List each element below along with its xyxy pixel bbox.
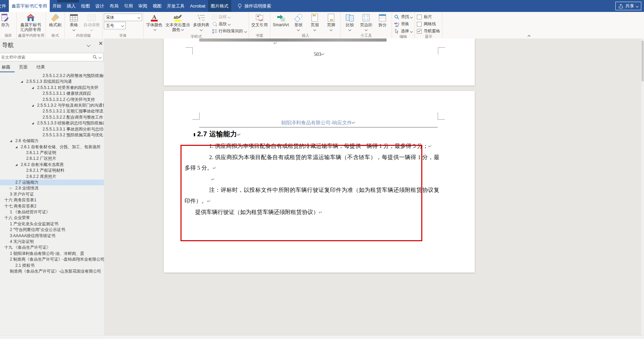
collapse-triangle-icon[interactable]: ◢ [10, 138, 12, 144]
nav-item[interactable]: 2.5.5.1.2.3.2 内部整改与预防措施强化 [0, 73, 104, 79]
scrollbar-thumb[interactable] [642, 41, 644, 81]
nav-item[interactable]: 2.5.5.1.3.2.2 配合调查与整改工作 [0, 114, 104, 120]
nav-collapse-chevron[interactable] [87, 43, 90, 47]
format-painter-button[interactable]: 格式刷 [47, 13, 63, 28]
nav-item-label: 2.6.2.1 产权证明材料 [0, 168, 64, 173]
ribbon-tab-10[interactable]: 开发工具 [164, 0, 187, 12]
nav-item[interactable]: 1 《食品经营许可证》 [0, 209, 104, 215]
text-highlight-button[interactable]: ab文本突出显示颜色 [164, 13, 191, 32]
collapse-triangle-icon[interactable]: ◢ [32, 120, 34, 126]
nav-item[interactable]: ◢2.5.5.1.3.3 经验教训总结与预防措施改进 [0, 120, 104, 126]
vertical-scrollbar[interactable] [641, 38, 644, 336]
multilevel-list-button[interactable]: 1ai多级列表 [192, 13, 210, 31]
nav-tab-headings[interactable]: 标题 [0, 64, 15, 72]
nav-item[interactable]: 2.6.1.1 产权证明 [0, 150, 104, 156]
collapse-triangle-icon[interactable]: ◢ [21, 79, 23, 84]
expand-triangle-icon[interactable]: ▷ [10, 185, 12, 191]
nav-pane-checkbox[interactable]: 导航窗格 [416, 28, 441, 34]
save-as-button[interactable]: 存为 [0, 13, 13, 28]
nav-item[interactable]: 2.5.5.1.3.1.2 心理关怀与支持 [0, 97, 104, 103]
nav-item[interactable]: 十八 企业荣誉 [0, 215, 104, 221]
xinchenyu-internal-button[interactable]: 鑫晨宇标书汇内部专用 [18, 13, 43, 32]
replace-button[interactable]: abac替换 [393, 21, 413, 27]
shapes-button[interactable]: 形状 [290, 13, 306, 31]
collapse-triangle-icon[interactable]: ◢ [32, 85, 34, 91]
compare-button[interactable]: 比较 [342, 13, 358, 31]
collapse-ribbon-button[interactable] [527, 32, 531, 38]
font-size-select[interactable]: 五号 [104, 22, 126, 29]
nav-item[interactable]: ▷2.8 业绩情况 [0, 185, 104, 191]
font-color-button[interactable]: A字体颜色 [145, 13, 163, 32]
nav-item[interactable]: 十六 商务应答表1 [0, 197, 104, 203]
line-spacing-button[interactable]: 行和段落间距 [211, 28, 247, 34]
collapse-triangle-icon[interactable]: ◢ [32, 103, 34, 108]
smartart-button[interactable]: SmartArt [272, 13, 290, 28]
font-name-select[interactable]: 宋体 [104, 14, 142, 21]
nav-item[interactable]: ◢2.5.5.1.3.2 与学校及相关部门的沟通协作 [0, 103, 104, 108]
nav-item[interactable]: 2.7 运输能力 [0, 180, 104, 185]
tell-me-search[interactable]: 操作说明搜索 [237, 0, 271, 12]
nav-item[interactable]: ◢2.6 仓储能力 [0, 138, 104, 144]
search-dropdown-chevron[interactable] [99, 56, 101, 58]
find-icon [394, 14, 399, 20]
nav-item[interactable]: 2.5.5.1.3.2.1 定期汇报事故处理进展 [0, 108, 104, 114]
header-button[interactable]: 页眉 [307, 13, 323, 31]
nav-item[interactable]: 4 无污染证明 [0, 239, 104, 245]
ribbon-tab-11[interactable]: Acrobat [187, 0, 208, 12]
split-button[interactable]: 拆分 [375, 13, 390, 28]
nav-item[interactable]: ◢2.5.5.1.3 后续跟踪与沟通 [0, 79, 104, 84]
nav-item[interactable]: 2.6.1.2 厂区照片 [0, 156, 104, 161]
margins-button[interactable]: 页边距 [358, 13, 374, 31]
nav-item[interactable]: 2.6.2.1 产权证明材料 [0, 168, 104, 173]
ribbon-tab-1[interactable]: 鑫晨宇标书汇专用 [9, 0, 50, 12]
gridlines-checkbox[interactable]: 网格线 [416, 21, 441, 27]
svg-text:A: A [152, 14, 157, 20]
nav-item[interactable]: 2.6.2.2 库房照片 [0, 174, 104, 180]
nav-close-icon[interactable]: ✕ [98, 40, 103, 47]
footer-button[interactable]: 页脚 [323, 13, 339, 31]
ribbon-tab-9[interactable]: 视图 [150, 0, 164, 12]
ribbon-tabs: 文件鑫晨宇标书汇专用开始插入绘图设计布局引用审阅视图开发工具Acrobat图片格… [0, 0, 231, 12]
nav-item[interactable]: 2.1 授权书 [0, 263, 104, 268]
ribbon-tab-4[interactable]: 绘图 [78, 0, 93, 12]
nav-item[interactable]: 制造商《食品生产许可证》-山东梨花面业有限公司 [0, 268, 104, 274]
nav-tab-pages[interactable]: 页面 [15, 64, 32, 72]
nav-item[interactable]: 2.5.5.1.3.3.1 事故原因分析与总结会议 [0, 126, 104, 132]
ribbon-tab-0[interactable]: 文件 [0, 0, 9, 12]
find-button[interactable]: 查找 [393, 14, 413, 20]
document-page-current[interactable]: 朝阳泽利食品有限公司-响应文件↵ 2.7 运输能力↵ 1. 供应商拟为本项目配备… [164, 91, 475, 273]
search-icon[interactable] [93, 55, 97, 59]
share-button[interactable]: 共享 [615, 2, 641, 10]
doc-paragraph: 注：评标时，以投标文件中所附的车辆行驶证复印件为准（如为租赁车辆还须附租赁协议复… [185, 185, 439, 206]
shading-button[interactable]: 底纹 [211, 21, 247, 27]
nav-item[interactable]: 1 朝阳泽利食品有限公司-油、冷鲜肉、蛋 [0, 251, 104, 257]
nav-item[interactable]: ◢2.6.2 自有冷藏冷冻库房 [0, 162, 104, 168]
chevron-down-icon [410, 15, 413, 18]
table-button[interactable]: 表格 [66, 13, 82, 31]
nav-item[interactable]: 3 开户许可证 [0, 191, 104, 197]
nav-item[interactable]: ◢2.6.1 自有食材仓储、分拣、加工、包装场所 [0, 144, 104, 150]
nav-item[interactable]: ◢2.5.5.1.3.1 对受害者的跟踪与关怀 [0, 85, 104, 91]
cross-reference-button[interactable]: 交叉引用 [250, 13, 269, 28]
ribbon-tab-5[interactable]: 设计 [93, 0, 107, 12]
nav-item[interactable]: 2 “守合同重信用”企业公示证书 [0, 227, 104, 233]
nav-item[interactable]: 2.5.5.1.3.1.1 健康状况跟踪 [0, 91, 104, 96]
select-button[interactable]: 选择 [393, 28, 413, 34]
ribbon-tab-6[interactable]: 布局 [107, 0, 121, 12]
collapse-triangle-icon[interactable]: ◢ [15, 162, 17, 168]
nav-item[interactable]: 2.5.5.1.3.3.2 预防措施完善与优化 [0, 132, 104, 138]
ribbon-tab-7[interactable]: 引用 [121, 0, 136, 12]
nav-tab-results[interactable]: 结果 [32, 64, 49, 72]
nav-item[interactable]: 十九 《食品生产许可证》 [0, 245, 104, 250]
collapse-triangle-icon[interactable]: ◢ [15, 144, 17, 150]
document-page-previous[interactable]: ↵ 503↵ [164, 38, 475, 86]
nav-item[interactable]: 十七 商务应答表2 [0, 203, 104, 209]
ruler-checkbox[interactable]: 标尺 [416, 14, 441, 20]
nav-item[interactable]: 2 制造商《食品生产许可证》-盘锦鼎翔米业有限公司 [0, 257, 104, 262]
nav-item[interactable]: 1 产业化龙头企业监测证书 [0, 221, 104, 227]
nav-item[interactable]: 3 AAAAA级信用等级证书 [0, 233, 104, 239]
ribbon-tab-8[interactable]: 审阅 [136, 0, 150, 12]
search-input[interactable] [0, 55, 91, 60]
ribbon-tab-12[interactable]: 图片格式 [208, 0, 231, 12]
smartart-button-label: SmartArt [273, 23, 289, 28]
